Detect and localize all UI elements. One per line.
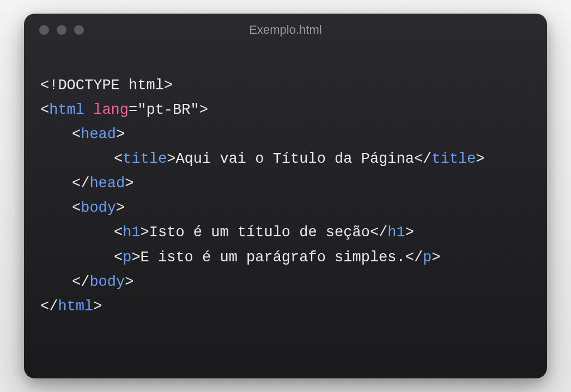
head-tag: head [81,126,116,143]
lang-attr: lang [93,102,129,118]
p-tag: p [123,249,131,266]
head-close-tag: head [89,175,125,192]
code-line-10: </html> [40,295,531,319]
title-tag: title [123,151,167,167]
body-close-tag: body [89,274,125,290]
close-button[interactable] [39,25,49,35]
h1-text: Isto é um título de seção [149,224,370,241]
code-line-9: </body> [40,270,531,295]
h1-tag: h1 [123,224,140,241]
maximize-button[interactable] [74,25,84,35]
editor-window: Exemplo.html <!DOCTYPE html> <html lang=… [24,14,547,378]
title-text: Aqui vai o Título da Página [175,151,414,167]
titlebar: Exemplo.html [24,14,547,46]
code-line-4: <title>Aqui vai o Título da Página</titl… [40,147,531,171]
code-area[interactable]: <!DOCTYPE html> <html lang="pt-BR"> <hea… [24,46,547,378]
code-line-2: <html lang="pt-BR"> [40,98,531,122]
body-tag: body [81,200,116,216]
doctype: <!DOCTYPE html> [40,77,173,94]
code-line-7: <h1>Isto é um título de seção</h1> [40,220,531,245]
p-text: E isto é um parágrafo simples. [141,249,405,266]
code-line-3: <head> [40,122,531,147]
code-line-6: <body> [40,196,531,220]
window-title: Exemplo.html [249,23,321,37]
html-close-tag: html [58,298,93,315]
code-line-8: <p>E isto é um parágrafo simples.</p> [40,246,531,270]
minimize-button[interactable] [57,25,66,35]
code-line-1: <!DOCTYPE html> [40,74,531,98]
html-tag: html [49,102,84,118]
code-line-5: </head> [40,171,531,196]
traffic-lights [39,25,84,35]
